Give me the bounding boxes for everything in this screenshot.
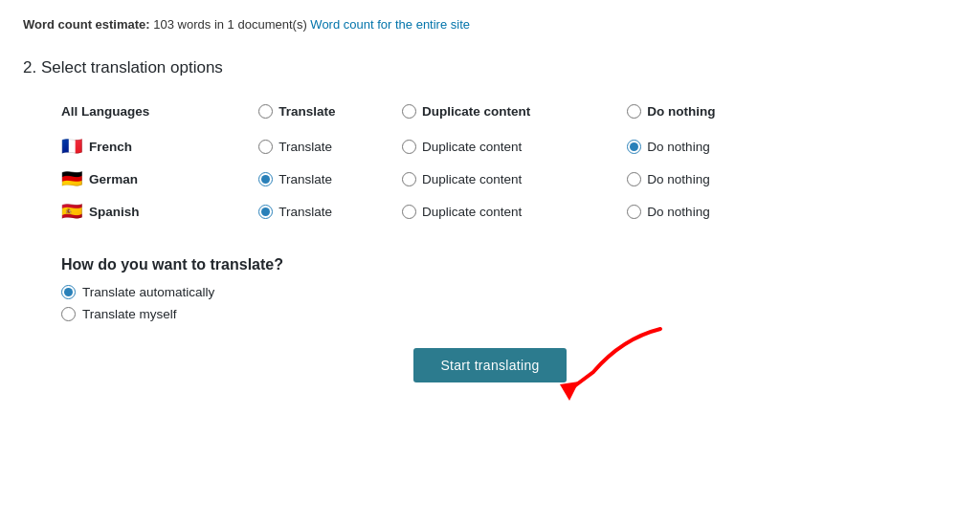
all-translate-radio[interactable] (258, 104, 273, 119)
all-nothing-radio[interactable] (627, 104, 641, 119)
nothing-cell-spanish: Do nothing (627, 195, 789, 228)
col-header-nothing: Do nothing (627, 98, 789, 130)
svg-marker-0 (560, 382, 579, 401)
table-row: 🇪🇸 Spanish Translate Duplicate content D… (61, 195, 789, 228)
lang-cell-spanish: 🇪🇸 Spanish (61, 195, 258, 228)
nothing-radio-french[interactable] (627, 140, 641, 154)
lang-cell-french: 🇫🇷 French (61, 130, 258, 163)
word-count-label: Word count estimate: (23, 17, 150, 32)
how-options: Translate automatically Translate myself (61, 285, 957, 321)
duplicate-cell-spanish: Duplicate content (402, 195, 627, 228)
nothing-radio-spanish[interactable] (627, 205, 641, 219)
all-duplicate-radio[interactable] (402, 104, 416, 119)
flag-german: 🇩🇪 (61, 170, 82, 187)
table-row: 🇫🇷 French Translate Duplicate content Do… (61, 130, 789, 163)
lang-cell-german: 🇩🇪 German (61, 163, 258, 195)
col-header-translate: Translate (258, 98, 402, 130)
word-count-link[interactable]: Word count for the entire site (310, 17, 470, 32)
auto-translate-label: Translate automatically (82, 285, 214, 299)
translate-cell-spanish: Translate (258, 195, 402, 228)
lang-name-german: German (89, 172, 138, 186)
flag-spanish: 🇪🇸 (61, 203, 82, 220)
translate-radio-french[interactable] (258, 140, 273, 154)
start-translating-button[interactable]: Start translating (413, 348, 566, 382)
nothing-cell-german: Do nothing (627, 163, 789, 195)
translate-radio-german[interactable] (258, 172, 273, 186)
nothing-radio-german[interactable] (627, 172, 641, 186)
table-row: 🇩🇪 German Translate Duplicate content Do… (61, 163, 789, 195)
duplicate-cell-german: Duplicate content (402, 163, 627, 195)
how-title: How do you want to translate? (61, 256, 957, 273)
duplicate-radio-spanish[interactable] (402, 205, 416, 219)
myself-translate-radio[interactable] (61, 307, 76, 321)
section-title: 2. Select translation options (23, 58, 957, 77)
word-count-bar: Word count estimate: 103 words in 1 docu… (23, 17, 957, 32)
col-header-language: All Languages (61, 98, 258, 130)
flag-french: 🇫🇷 (61, 138, 82, 155)
translation-options-table: All Languages Translate Duplicate conten… (61, 98, 789, 228)
myself-translate-label: Translate myself (82, 307, 177, 321)
duplicate-radio-german[interactable] (402, 172, 416, 186)
translate-radio-spanish[interactable] (258, 205, 273, 219)
how-to-translate-section: How do you want to translate? Translate … (61, 256, 957, 321)
button-area: Start translating (23, 348, 957, 402)
auto-translate-radio[interactable] (61, 285, 76, 299)
translate-cell-french: Translate (258, 130, 402, 163)
auto-translate-option[interactable]: Translate automatically (61, 285, 957, 299)
myself-translate-option[interactable]: Translate myself (61, 307, 957, 321)
duplicate-radio-french[interactable] (402, 140, 416, 154)
duplicate-cell-french: Duplicate content (402, 130, 627, 163)
translate-cell-german: Translate (258, 163, 402, 195)
col-header-duplicate: Duplicate content (402, 98, 627, 130)
word-count-value: 103 words in 1 document(s) (153, 17, 306, 32)
lang-name-french: French (89, 140, 132, 154)
lang-name-spanish: Spanish (89, 205, 140, 219)
nothing-cell-french: Do nothing (627, 130, 789, 163)
